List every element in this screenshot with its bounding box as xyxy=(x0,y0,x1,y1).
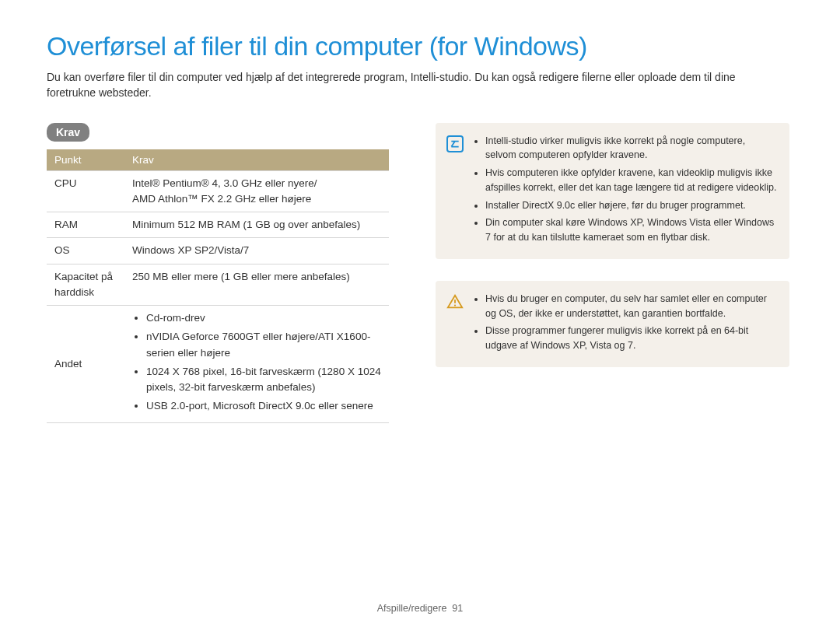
warning-note-box: Hvis du bruger en computer, du selv har … xyxy=(436,281,789,367)
info-item: Intelli-studio virker muligvis ikke korr… xyxy=(485,134,777,163)
table-row: Andet Cd-rom-drev nVIDIA Geforce 7600GT … xyxy=(47,306,389,423)
cell-cpu-label: CPU xyxy=(47,170,124,212)
cell-ram-label: RAM xyxy=(47,212,124,238)
requirements-badge: Krav xyxy=(47,123,89,142)
other-item: nVIDIA Geforce 7600GT eller højere/ATI X… xyxy=(146,329,381,361)
left-column: Krav Punkt Krav CPU Intel® Pentium® 4, 3… xyxy=(47,123,389,423)
cell-hdd-value: 250 MB eller mere (1 GB eller mere anbef… xyxy=(124,264,389,306)
table-row: Kapacitet på harddisk 250 MB eller mere … xyxy=(47,264,389,306)
table-header-col1: Punkt xyxy=(47,149,124,171)
footer-page-number: 91 xyxy=(452,603,463,614)
page-title: Overførsel af filer til din computer (fo… xyxy=(47,31,793,61)
warning-icon xyxy=(446,293,464,310)
table-header-col2: Krav xyxy=(124,149,389,171)
cell-cpu-value: Intel® Pentium® 4, 3.0 GHz eller nyere/ … xyxy=(124,170,389,212)
svg-point-1 xyxy=(454,304,456,306)
warn-item: Hvis du bruger en computer, du selv har … xyxy=(485,292,777,321)
info-item: Hvis computeren ikke opfylder kravene, k… xyxy=(485,166,777,195)
cell-os-label: OS xyxy=(47,238,124,264)
info-icon xyxy=(446,135,464,152)
table-row: RAM Minimum 512 MB RAM (1 GB og over anb… xyxy=(47,212,389,238)
cell-hdd-label: Kapacitet på harddisk xyxy=(47,264,124,306)
warn-item: Disse programmer fungerer muligvis ikke … xyxy=(485,324,777,353)
intro-paragraph: Du kan overføre filer til din computer v… xyxy=(47,69,778,101)
other-item: Cd-rom-drev xyxy=(146,310,381,326)
other-item: 1024 X 768 pixel, 16-bit farveskærm (128… xyxy=(146,364,381,396)
info-item: Din computer skal køre Windows XP, Windo… xyxy=(485,215,777,245)
page-footer: Afspille/redigere 91 xyxy=(0,603,840,614)
other-item: USB 2.0-port, Microsoft DirectX 9.0c ell… xyxy=(146,398,381,414)
table-row: CPU Intel® Pentium® 4, 3.0 GHz eller nye… xyxy=(47,170,389,212)
table-row: OS Windows XP SP2/Vista/7 xyxy=(47,238,389,264)
cell-ram-value: Minimum 512 MB RAM (1 GB og over anbefal… xyxy=(124,212,389,238)
content-columns: Krav Punkt Krav CPU Intel® Pentium® 4, 3… xyxy=(47,123,793,423)
cell-other-label: Andet xyxy=(47,306,124,423)
right-column: Intelli-studio virker muligvis ikke korr… xyxy=(436,123,789,389)
cell-other-value: Cd-rom-drev nVIDIA Geforce 7600GT eller … xyxy=(124,306,389,423)
info-note-box: Intelli-studio virker muligvis ikke korr… xyxy=(436,123,789,259)
requirements-table: Punkt Krav CPU Intel® Pentium® 4, 3.0 GH… xyxy=(47,149,389,423)
footer-section: Afspille/redigere xyxy=(377,603,447,614)
page: Overførsel af filer til din computer (fo… xyxy=(0,0,840,634)
info-item: Installer DirectX 9.0c eller højere, før… xyxy=(485,198,777,213)
cell-os-value: Windows XP SP2/Vista/7 xyxy=(124,238,389,264)
